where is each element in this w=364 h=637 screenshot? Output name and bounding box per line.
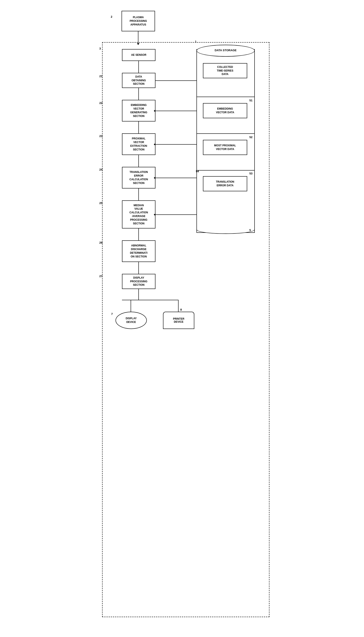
label-2: 2 xyxy=(111,15,112,18)
printer-device-box: PRINTER DEVICE xyxy=(163,312,194,329)
data-obtaining-box: DATA OBTAINING SECTION xyxy=(122,73,156,88)
proximal-vector-box: PROXIMAL VECTOR EXTRACTION SECTION xyxy=(122,133,156,155)
data-obtaining-to-storage-arrow xyxy=(156,80,203,81)
proximal-to-translation-arrow xyxy=(138,155,139,167)
main-dashed-container: 3 AE SENSOR 21 DATA OBTAINING SECTION 22… xyxy=(102,42,270,617)
to-printer-device-arrow xyxy=(178,300,178,312)
translation-to-median-arrow xyxy=(138,188,139,200)
cylinder-divider-1 xyxy=(196,97,255,97)
collected-time-box: COLLECTED TIME-SERIES DATA xyxy=(203,63,247,78)
label-24: 24 xyxy=(99,168,102,171)
display-device-ellipse: DISPLAY DEVICE xyxy=(116,312,147,329)
display-proc-left-line xyxy=(122,300,138,300)
label-8: 8 xyxy=(180,308,182,311)
cylinder-divider-2 xyxy=(196,133,255,134)
label-51: 51 xyxy=(249,99,252,102)
median-to-abnormal-arrow xyxy=(138,229,139,240)
plasma-to-ae-arrow xyxy=(138,31,138,43)
most-proximal-box: MOST PROXIMAL VECTOR DATA xyxy=(203,140,247,155)
ae-sensor-box: AE SENSOR xyxy=(122,49,156,61)
embedding-vector-box: EMBEDDING VECTOR GENERATING SECTION xyxy=(122,100,156,121)
abnormal-to-display-arrow xyxy=(138,262,139,274)
embedding-double-arrow xyxy=(156,111,203,111)
translation-error-box: TRANSLATION ERROR CALCULATION SECTION xyxy=(122,167,156,188)
label-53: 53 xyxy=(249,172,252,175)
label-25: 25 xyxy=(99,201,102,205)
cylinder-divider-3 xyxy=(196,170,255,170)
median-value-box: MEDIAN VALUE CALCULATION /AVERAGE PROCES… xyxy=(122,200,156,229)
label-22: 22 xyxy=(99,101,102,105)
label-23: 23 xyxy=(99,134,102,138)
translation-double-arrow xyxy=(156,178,203,178)
label-7: 7 xyxy=(111,312,113,316)
ae-to-data-arrow xyxy=(138,61,139,73)
proximal-double-arrow xyxy=(156,144,203,145)
data-to-embedding-arrow xyxy=(138,88,139,100)
plasma-box: PLASMA PROCESSING APPARATUS xyxy=(122,11,155,31)
display-processing-box: DISPLAY PROCESSING SECTION xyxy=(122,274,156,289)
label-5: 5 xyxy=(249,229,251,232)
embedding-vector-data-box: EMBEDDING VECTOR DATA xyxy=(203,103,247,118)
label-52: 52 xyxy=(249,135,252,139)
median-double-arrow xyxy=(156,215,203,215)
label-21: 21 xyxy=(99,75,102,78)
label-27: 27 xyxy=(99,275,102,278)
to-display-device-arrow xyxy=(130,300,131,312)
label-26: 26 xyxy=(99,241,102,244)
display-proc-down-line xyxy=(138,289,139,300)
embedding-to-proximal-arrow xyxy=(138,121,139,133)
display-proc-right-line xyxy=(138,300,178,300)
label-3: 3 xyxy=(99,47,101,50)
data-storage-label: DATA STORAGE xyxy=(196,49,255,52)
translation-error-data-box: TRANSLATION ERROR DATA xyxy=(203,176,247,191)
abnormal-discharge-box: ABNORMAL DISCHARGE DETERMINATI ON SECTIO… xyxy=(122,240,156,262)
cylinder-bottom xyxy=(196,227,255,234)
